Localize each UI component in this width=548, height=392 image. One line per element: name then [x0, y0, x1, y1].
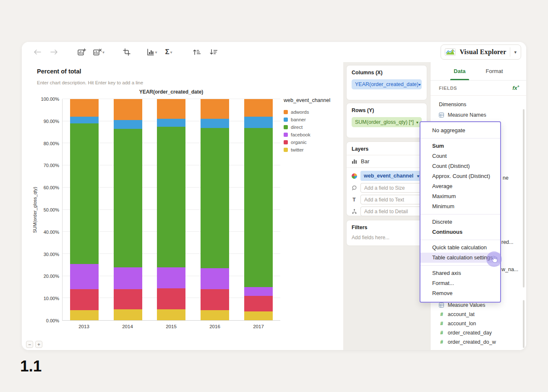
filters-drop-zone[interactable]: Add fields here... [352, 235, 422, 240]
bar-segment-banner[interactable] [244, 117, 273, 128]
bar-column [150, 99, 193, 320]
chart-description-placeholder[interactable]: Enter chart description. Hit Enter key t… [37, 80, 143, 85]
legend-swatch [284, 140, 288, 144]
menu-item-approx-count-distinct[interactable]: Approx. Count (Distinct) [420, 171, 500, 181]
tab-format[interactable]: Format [486, 62, 503, 80]
dimensions-section-label: Dimensions [439, 102, 526, 107]
legend-item[interactable]: banner [284, 116, 342, 123]
x-tick-label: 2014 [106, 324, 149, 329]
legend-item[interactable]: adwords [284, 108, 342, 116]
bar-segment-banner[interactable] [114, 120, 142, 129]
bar-segment-adwords[interactable] [201, 99, 229, 119]
menu-item-format[interactable]: Format... [420, 278, 500, 288]
bar-segment-facebook[interactable] [114, 267, 142, 290]
field-item[interactable]: #order_created_do_w [431, 337, 526, 347]
bar-segment-adwords[interactable] [114, 99, 142, 120]
sort-descending-button[interactable] [208, 46, 219, 58]
aggregate-button[interactable]: Σ ▾ [163, 46, 174, 58]
bar-segment-organic[interactable] [70, 289, 99, 310]
bar-segment-facebook[interactable] [70, 264, 99, 290]
stacked-bar[interactable] [70, 99, 99, 320]
columns-field-pill[interactable]: YEAR(order_created_date) ▾ [352, 79, 422, 89]
rows-field-pill[interactable]: SUM(order_gloss_qty) [*] ▾ [352, 117, 422, 127]
menu-item-average[interactable]: Average [420, 181, 500, 191]
bar-segment-direct[interactable] [70, 123, 99, 264]
zoom-in-button[interactable]: + [35, 341, 42, 348]
legend-item[interactable]: twitter [284, 146, 342, 154]
hash-icon: # [439, 311, 444, 317]
bar-segment-twitter[interactable] [70, 310, 99, 320]
bar-segment-banner[interactable] [157, 119, 185, 126]
y-tick-label: 50.00% [44, 207, 59, 212]
add-calculation-button[interactable]: fx+ [512, 84, 519, 91]
field-item[interactable]: #account_lat [431, 310, 526, 319]
bar-segment-organic[interactable] [201, 289, 229, 310]
sort-ascending-button[interactable] [191, 46, 202, 58]
bar-segment-facebook[interactable] [201, 268, 229, 289]
menu-item-discrete[interactable]: Discrete [420, 217, 500, 227]
clipped-field-text: red... [501, 239, 514, 245]
menu-item-minimum[interactable]: Minimum [420, 201, 500, 212]
visual-explorer-menu[interactable]: Visual Explorer ▾ [441, 44, 521, 60]
undo-button[interactable] [32, 46, 43, 58]
bar-segment-organic[interactable] [157, 288, 185, 309]
menu-item-quick-table-calculation[interactable]: Quick table calculation [420, 243, 500, 253]
bar-segment-twitter[interactable] [114, 309, 142, 320]
legend-item[interactable]: organic [284, 139, 342, 146]
bar-segment-direct[interactable] [244, 128, 273, 287]
bar-segment-organic[interactable] [244, 296, 273, 311]
legend-label: adwords [291, 110, 309, 115]
fields-scrollbar[interactable] [523, 109, 525, 287]
menu-item-count[interactable]: Count [420, 151, 500, 161]
bar-segment-adwords[interactable] [157, 99, 185, 119]
bar-segment-twitter[interactable] [244, 311, 273, 320]
field-item[interactable]: #order_created_day [431, 328, 526, 337]
field-item[interactable]: Measure Names [431, 110, 526, 120]
menu-item-sum[interactable]: Sum [420, 141, 500, 151]
legend-item[interactable]: facebook [284, 131, 342, 139]
bar-segment-direct[interactable] [201, 128, 229, 269]
detail-field-input[interactable]: Add a field to Detail [360, 206, 423, 216]
chart-type-button[interactable]: ▾ [146, 46, 157, 58]
menu-item-no-aggregate[interactable]: No aggregate [420, 125, 500, 136]
bar-segment-organic[interactable] [114, 289, 142, 309]
bar-segment-banner[interactable] [201, 119, 229, 128]
menu-item-table-calculation-settings[interactable]: Table calculation settings [420, 253, 500, 263]
stacked-bar[interactable] [201, 99, 229, 320]
legend-item[interactable]: direct [284, 123, 342, 131]
bar-segment-direct[interactable] [114, 129, 142, 267]
stacked-bar[interactable] [114, 99, 142, 320]
menu-item-continuous[interactable]: Continuous [420, 227, 500, 237]
chart-title[interactable]: Percent of total [37, 68, 81, 75]
bar-segment-adwords[interactable] [244, 99, 273, 117]
bar-segment-twitter[interactable] [201, 310, 229, 320]
color-field-pill[interactable]: web_event_channel ▾ [360, 171, 423, 181]
text-field-input[interactable]: Add a field to Text [360, 195, 423, 204]
field-item[interactable]: #account_lon [431, 319, 526, 328]
measures-scrollbar[interactable] [523, 300, 525, 348]
bar-segment-facebook[interactable] [157, 267, 185, 288]
bar-segment-twitter[interactable] [157, 309, 185, 320]
menu-item-count-distinct[interactable]: Count (Distinct) [420, 161, 500, 171]
bar-segment-banner[interactable] [70, 117, 99, 123]
mark-type-row[interactable]: Bar [347, 155, 427, 168]
crop-button[interactable] [121, 46, 132, 58]
menu-item-shared-axis[interactable]: Shared axis [420, 268, 500, 278]
bar-segment-facebook[interactable] [244, 287, 273, 296]
tab-data[interactable]: Data [454, 62, 465, 80]
size-field-input[interactable]: Add a field to Size [360, 183, 423, 193]
rows-shelf: Rows (Y) SUM(order_gloss_qty) [*] ▾ [346, 103, 427, 138]
stacked-bar[interactable] [157, 99, 185, 320]
bar-segment-adwords[interactable] [70, 99, 99, 117]
y-tick-label: 70.00% [44, 163, 59, 168]
stacked-bar[interactable] [244, 99, 273, 320]
menu-item-maximum[interactable]: Maximum [420, 191, 500, 201]
bar-segment-direct[interactable] [157, 127, 185, 267]
y-tick-label: 90.00% [44, 119, 59, 124]
add-chart-button[interactable] [76, 46, 87, 58]
menu-item-remove[interactable]: Remove [420, 288, 500, 298]
redo-button[interactable] [49, 46, 60, 58]
zoom-out-button[interactable]: − [26, 341, 33, 348]
remove-chart-button[interactable]: ▾ [93, 46, 104, 58]
rows-field-label: SUM(order_gloss_qty) [355, 119, 407, 125]
